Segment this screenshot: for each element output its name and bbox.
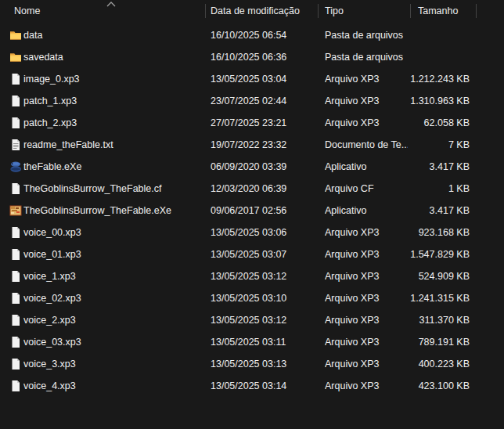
file-size: 789.191 KB — [410, 331, 470, 353]
text-file-icon — [9, 139, 22, 151]
file-modified-date: 13/05/2025 03:10 — [211, 287, 314, 309]
file-name: voice_01.xp3 — [23, 243, 202, 265]
blank-file-icon — [9, 380, 22, 392]
file-name: savedata — [23, 46, 202, 68]
file-size: 3.417 KB — [410, 156, 470, 178]
file-modified-date: 06/09/2020 03:39 — [211, 156, 314, 178]
column-header-bar: Nome Data de modificação Tipo Tamanho — [0, 0, 504, 22]
file-name: theFable.eXe — [23, 156, 202, 178]
file-name: image_0.xp3 — [23, 68, 202, 90]
file-size: 1.547.829 KB — [410, 243, 470, 265]
file-name: voice_1.xp3 — [23, 265, 202, 287]
file-name: voice_03.xp3 — [23, 331, 202, 353]
file-row[interactable]: TheGoblinsBurrow_TheFable.cf 12/03/2020 … — [0, 178, 504, 200]
file-name: TheGoblinsBurrow_TheFable.cf — [23, 178, 202, 200]
column-resize-handle[interactable] — [205, 4, 206, 18]
column-resize-handle[interactable] — [410, 4, 411, 18]
file-name: voice_4.xp3 — [23, 375, 202, 397]
blank-file-icon — [9, 117, 22, 129]
file-row[interactable]: readme_theFable.txt 19/07/2022 23:32 Doc… — [0, 134, 504, 156]
file-row[interactable]: voice_4.xp3 13/05/2025 03:14 Arquivo XP3… — [0, 375, 504, 397]
file-row[interactable]: voice_2.xp3 13/05/2025 03:12 Arquivo XP3… — [0, 309, 504, 331]
column-header-nome[interactable]: Nome — [14, 0, 194, 22]
file-size: 1.241.315 KB — [410, 287, 470, 309]
file-modified-date: 09/06/2017 02:56 — [211, 200, 314, 222]
file-type: Arquivo XP3 — [325, 112, 408, 134]
file-modified-date: 19/07/2022 23:32 — [211, 134, 314, 156]
file-row[interactable]: data 16/10/2025 06:54 Pasta de arquivos — [0, 24, 504, 46]
file-modified-date: 13/05/2025 03:11 — [211, 331, 314, 353]
blank-file-icon — [9, 358, 22, 370]
file-type: Aplicativo — [325, 156, 408, 178]
file-modified-date: 13/05/2025 03:04 — [211, 68, 314, 90]
file-type: Arquivo XP3 — [325, 90, 408, 112]
file-type: Documento de Te... — [325, 134, 408, 156]
file-size: 923.168 KB — [410, 222, 470, 243]
file-name: TheGoblinsBurrow_TheFable.eXe — [23, 200, 202, 222]
file-size: 400.223 KB — [410, 353, 470, 375]
app-pixel-art-icon — [9, 204, 22, 217]
file-row[interactable]: savedata 16/10/2025 06:36 Pasta de arqui… — [0, 46, 504, 68]
file-size: 7 KB — [410, 134, 470, 156]
file-name: voice_00.xp3 — [23, 222, 202, 243]
file-row[interactable]: voice_03.xp3 13/05/2025 03:11 Arquivo XP… — [0, 331, 504, 353]
file-row[interactable]: voice_00.xp3 13/05/2025 03:06 Arquivo XP… — [0, 222, 504, 243]
file-name: voice_3.xp3 — [23, 353, 202, 375]
file-row[interactable]: voice_1.xp3 13/05/2025 03:12 Arquivo XP3… — [0, 265, 504, 287]
folder-icon — [9, 51, 22, 63]
file-row[interactable]: image_0.xp3 13/05/2025 03:04 Arquivo XP3… — [0, 68, 504, 90]
file-name: voice_2.xp3 — [23, 309, 202, 331]
blank-file-icon — [9, 95, 22, 107]
blank-file-icon — [9, 336, 22, 348]
file-type: Arquivo XP3 — [325, 287, 408, 309]
file-modified-date: 23/07/2025 02:44 — [211, 90, 314, 112]
file-type: Pasta de arquivos — [325, 24, 408, 46]
file-size: 1 KB — [410, 178, 470, 200]
file-modified-date: 12/03/2020 06:39 — [211, 178, 314, 200]
file-type: Arquivo XP3 — [325, 68, 408, 90]
file-row[interactable]: voice_01.xp3 13/05/2025 03:07 Arquivo XP… — [0, 243, 504, 265]
app-blue-dragon-icon — [9, 160, 22, 173]
blank-file-icon — [9, 292, 22, 305]
file-size: 3.417 KB — [410, 200, 470, 222]
file-name: voice_02.xp3 — [23, 287, 202, 309]
file-modified-date: 13/05/2025 03:12 — [211, 265, 314, 287]
file-explorer-window: Nome Data de modificação Tipo Tamanho da… — [0, 0, 504, 429]
file-row[interactable]: voice_3.xp3 13/05/2025 03:13 Arquivo XP3… — [0, 353, 504, 375]
file-type: Arquivo XP3 — [325, 375, 408, 397]
file-row[interactable]: theFable.eXe 06/09/2020 03:39 Aplicativo… — [0, 156, 504, 178]
file-size — [410, 24, 470, 46]
column-resize-handle[interactable] — [476, 4, 477, 18]
file-name: patch_1.xp3 — [23, 90, 202, 112]
column-header-data-de-modificacao[interactable]: Data de modificação — [211, 0, 312, 22]
file-size: 423.100 KB — [410, 375, 470, 397]
file-row[interactable]: voice_02.xp3 13/05/2025 03:10 Arquivo XP… — [0, 287, 504, 309]
file-size: 1.310.963 KB — [410, 90, 470, 112]
file-modified-date: 13/05/2025 03:06 — [211, 222, 314, 243]
blank-file-icon — [9, 182, 22, 195]
column-header-tamanho[interactable]: Tamanho — [418, 0, 473, 22]
file-size: 62.058 KB — [410, 112, 470, 134]
file-modified-date: 13/05/2025 03:07 — [211, 243, 314, 265]
file-modified-date: 16/10/2025 06:36 — [211, 46, 314, 68]
file-name: readme_theFable.txt — [23, 134, 202, 156]
file-size: 311.370 KB — [410, 309, 470, 331]
file-modified-date: 16/10/2025 06:54 — [211, 24, 314, 46]
file-type: Arquivo XP3 — [325, 353, 408, 375]
column-resize-handle[interactable] — [318, 4, 319, 18]
blank-file-icon — [9, 226, 22, 239]
file-type: Arquivo XP3 — [325, 331, 408, 353]
column-header-tipo[interactable]: Tipo — [325, 0, 403, 22]
file-modified-date: 13/05/2025 03:12 — [211, 309, 314, 331]
file-row[interactable]: TheGoblinsBurrow_TheFable.eXe 09/06/2017… — [0, 200, 504, 222]
file-row[interactable]: patch_2.xp3 27/07/2025 23:21 Arquivo XP3… — [0, 112, 504, 134]
file-size: 524.909 KB — [410, 265, 470, 287]
file-row[interactable]: patch_1.xp3 23/07/2025 02:44 Arquivo XP3… — [0, 90, 504, 112]
file-type: Pasta de arquivos — [325, 46, 408, 68]
file-type: Arquivo CF — [325, 178, 408, 200]
file-type: Arquivo XP3 — [325, 309, 408, 331]
blank-file-icon — [9, 73, 22, 85]
file-name: data — [23, 24, 202, 46]
file-type: Arquivo XP3 — [325, 265, 408, 287]
file-modified-date: 13/05/2025 03:13 — [211, 353, 314, 375]
